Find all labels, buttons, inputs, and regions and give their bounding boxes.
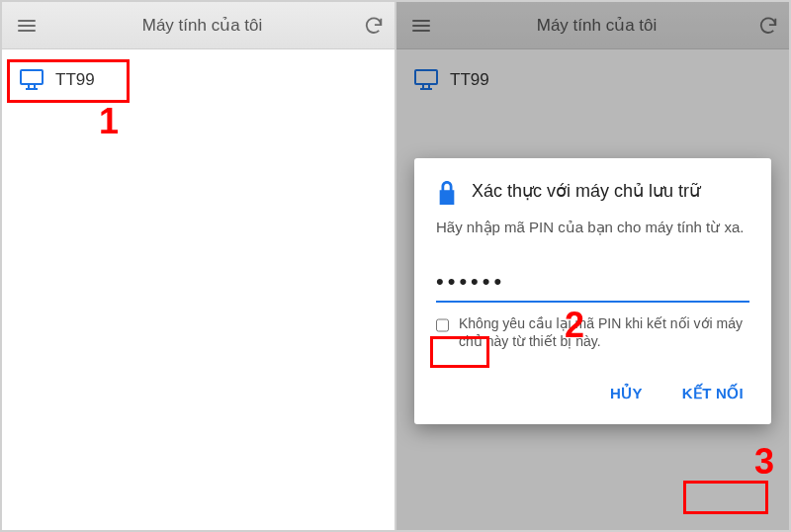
remember-pin-label: Không yêu cầu lại mã PIN khi kết nối với… [459,314,749,350]
appbar-title: Máy tính của tôi [42,15,363,36]
remember-pin-checkbox[interactable] [436,316,449,334]
hamburger-icon[interactable] [12,14,42,38]
cancel-button[interactable]: HỦY [604,377,649,410]
host-item-label: TT99 [55,70,95,90]
screen-right: Máy tính của tôi TT99 Xác thực với máy c… [396,0,791,532]
monitor-icon [20,69,44,91]
host-list: TT99 [2,49,395,111]
svg-rect-0 [21,70,43,84]
screen-left: Máy tính của tôi TT99 1 [0,0,396,532]
pin-input[interactable] [436,267,749,303]
refresh-icon[interactable] [363,15,385,37]
connect-button[interactable]: KẾT NỐI [676,377,749,410]
auth-dialog: Xác thực với máy chủ lưu trữ Hãy nhập mã… [414,158,771,424]
lock-icon [436,180,458,206]
dialog-title: Xác thực với máy chủ lưu trữ [472,180,700,203]
host-item-tt99[interactable]: TT99 [6,59,391,101]
appbar: Máy tính của tôi [2,2,395,49]
dialog-message: Hãy nhập mã PIN của bạn cho máy tính từ … [436,218,749,237]
